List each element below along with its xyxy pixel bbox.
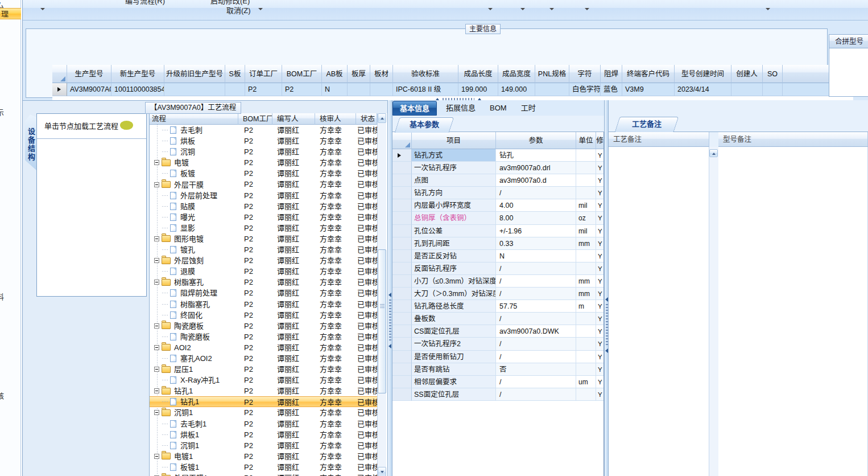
- notes-scrollbar[interactable]: [709, 147, 718, 476]
- select-all-header[interactable]: [52, 65, 67, 83]
- collapse-up-icon[interactable]: [478, 98, 481, 100]
- column-header-process-notes[interactable]: 工艺备注: [609, 132, 709, 147]
- cancel-button[interactable]: 取消(Z): [226, 5, 251, 15]
- param-value[interactable]: 否: [496, 363, 576, 376]
- collapse-up-icon[interactable]: [436, 98, 439, 100]
- column-header[interactable]: 成品长度: [458, 65, 498, 83]
- row-selector[interactable]: [392, 325, 412, 338]
- param-row[interactable]: 总铜厚（含表铜）8.00ozY: [392, 212, 604, 224]
- panel-splitter[interactable]: [604, 100, 609, 476]
- flow-hint-row[interactable]: 单击节点加载工艺流程: [37, 114, 146, 139]
- tree-node[interactable]: 去毛刺1P2谭丽红方幸幸已审核: [150, 418, 377, 429]
- param-value[interactable]: /: [496, 388, 576, 401]
- tree-node[interactable]: AOI2P2谭丽红方幸幸已审核: [150, 342, 377, 353]
- row-selector[interactable]: [392, 313, 412, 325]
- tree-node[interactable]: 烘板P2谭丽红方幸幸已审核: [150, 136, 377, 146]
- column-header[interactable]: 成品宽度: [498, 65, 535, 83]
- row-selector[interactable]: [392, 187, 412, 199]
- param-row[interactable]: 是否正反对钻NY: [392, 250, 604, 262]
- tree-node[interactable]: 外层干膜1P2谭丽红方幸幸已审核: [150, 473, 377, 476]
- param-value[interactable]: /: [496, 376, 576, 388]
- tree-node[interactable]: 烘板1P2谭丽红方幸幸已审核: [150, 429, 377, 440]
- tree-node[interactable]: 镀孔P2谭丽红方幸幸已审核: [150, 244, 377, 255]
- nav-rail-item[interactable]: 核: [0, 391, 16, 402]
- column-header[interactable]: BOM工厂: [238, 113, 272, 125]
- column-header[interactable]: 流程: [150, 113, 238, 125]
- row-selector[interactable]: [392, 174, 412, 187]
- tab-bom[interactable]: BOM: [485, 101, 512, 116]
- param-row[interactable]: 是否有跳钻否Y: [392, 363, 604, 376]
- tree-node[interactable]: 层压1P2谭丽红方幸幸已审核: [150, 364, 377, 375]
- param-value[interactable]: 0.33: [496, 237, 576, 250]
- param-row[interactable]: 钻孔路径总长度57.75mY: [392, 300, 604, 313]
- collapse-icon[interactable]: [154, 280, 159, 285]
- process-notes-content[interactable]: [609, 147, 709, 476]
- scroll-up-button[interactable]: [378, 113, 386, 123]
- nav-rail-item[interactable]: 料: [0, 292, 16, 303]
- main-table-row[interactable]: AV3M9007A010011000038547P2P2NIPC-6018 II…: [52, 83, 853, 96]
- column-header[interactable]: 验收标准: [393, 65, 458, 83]
- row-selector[interactable]: [392, 351, 412, 363]
- collapse-icon[interactable]: [154, 454, 159, 459]
- tree-node[interactable]: 钻孔1P2谭丽红方幸幸已审核: [150, 385, 377, 396]
- tree-node[interactable]: 陶瓷磨板P2谭丽红方幸幸已审核: [150, 321, 377, 331]
- param-row[interactable]: 钻孔方向/Y: [392, 187, 604, 199]
- tree-node[interactable]: 外层前处理P2谭丽红方幸幸已审核: [150, 190, 377, 201]
- column-header[interactable]: 修: [596, 132, 604, 149]
- param-row[interactable]: 一次钻孔程序av3m9007a0.drlY: [392, 162, 604, 174]
- tree-node[interactable]: 终固化P2谭丽红方幸幸已审核: [150, 310, 377, 321]
- param-value[interactable]: /: [496, 275, 576, 288]
- tab-basic-info[interactable]: 基本信息: [392, 101, 437, 116]
- column-header[interactable]: 单位: [576, 132, 596, 149]
- tree-node[interactable]: 外层蚀刻P2谭丽红方幸幸已审核: [150, 255, 377, 266]
- param-row[interactable]: 相邻层偏要求/umY: [392, 376, 604, 388]
- dropdown-arrow-icon[interactable]: [40, 8, 45, 10]
- tree-node[interactable]: 电镀P2谭丽红方幸幸已审核: [150, 157, 377, 168]
- tree-node[interactable]: 电镀1P2谭丽红方幸幸已审核: [150, 451, 377, 462]
- param-value[interactable]: 4.00: [496, 199, 576, 212]
- tree-node[interactable]: 显影P2谭丽红方幸幸已审核: [150, 223, 377, 233]
- collapse-icon[interactable]: [154, 388, 159, 393]
- tree-node[interactable]: 去毛刺P2谭丽红方幸幸已审核: [150, 125, 377, 136]
- row-selector[interactable]: [392, 300, 412, 313]
- column-header[interactable]: 字符: [569, 65, 601, 83]
- column-header[interactable]: S板: [225, 65, 245, 83]
- collapse-left-icon[interactable]: [388, 344, 391, 348]
- column-header[interactable]: 订单工厂: [245, 65, 282, 83]
- column-header[interactable]: 编写人: [272, 113, 315, 125]
- row-selector[interactable]: [52, 83, 67, 96]
- param-row[interactable]: CS面定位孔层av3m9007a0.DWKY: [392, 325, 604, 338]
- collapse-icon[interactable]: [154, 345, 159, 350]
- param-row[interactable]: 叠板数/Y: [392, 313, 604, 325]
- collapse-left-icon[interactable]: [605, 297, 608, 302]
- collapse-left-icon[interactable]: [388, 293, 391, 297]
- row-selector[interactable]: [392, 388, 412, 401]
- param-row[interactable]: 小刀（≤0.3mm）对钻深度/mmY: [392, 275, 604, 288]
- column-header[interactable]: 板材: [370, 65, 393, 83]
- row-selector[interactable]: [392, 237, 412, 250]
- column-header[interactable]: 型号创建时间: [675, 65, 731, 83]
- column-header[interactable]: 终端客户代码: [622, 65, 675, 83]
- tree-node[interactable]: 曝光P2谭丽红方幸幸已审核: [150, 212, 377, 223]
- dropdown-arrow-icon[interactable]: [258, 8, 263, 10]
- tree-node[interactable]: 树脂塞孔P2谭丽红方幸幸已审核: [150, 299, 377, 310]
- param-row[interactable]: 是否使用新钻刀/Y: [392, 351, 604, 363]
- tree-node[interactable]: 阻焊前处理P2谭丽红方幸幸已审核: [150, 288, 377, 298]
- param-value[interactable]: /: [496, 313, 576, 325]
- dropdown-arrow-icon[interactable]: [488, 8, 493, 10]
- tree-node[interactable]: 塞孔AOI2P2谭丽红方幸幸已审核: [150, 353, 377, 364]
- tree-node[interactable]: 板镀1P2谭丽红方幸幸已审核: [150, 462, 377, 473]
- row-selector[interactable]: [392, 149, 412, 162]
- dropdown-arrow-icon[interactable]: [520, 8, 525, 10]
- row-selector[interactable]: [392, 275, 412, 288]
- param-row[interactable]: 孔位公差+/-1.96milY: [392, 225, 604, 237]
- model-notes-content[interactable]: [718, 147, 868, 476]
- param-value[interactable]: /: [496, 338, 576, 350]
- row-selector[interactable]: [392, 262, 412, 275]
- param-row[interactable]: 内层最小焊环宽度4.00milY: [392, 199, 604, 212]
- tab-extended-info[interactable]: 拓展信息: [441, 101, 481, 116]
- collapse-icon[interactable]: [154, 236, 159, 241]
- row-selector[interactable]: [392, 199, 412, 212]
- param-row[interactable]: 一次钻孔程序2/Y: [392, 338, 604, 350]
- param-row[interactable]: 大刀（＞0.3mm）对钻深度/mmY: [392, 288, 604, 300]
